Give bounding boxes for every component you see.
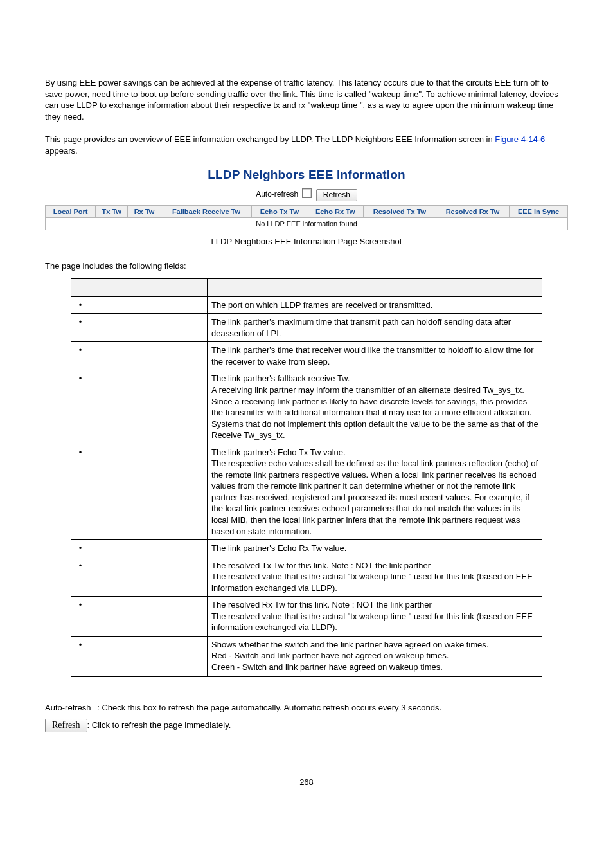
table-row: • The resolved Tx Tw for this link. Note… — [71, 557, 542, 597]
intro-paragraph-2: This page provides an overview of EEE in… — [45, 134, 568, 156]
table-row: • The link parther's time that receiver … — [71, 342, 542, 370]
fields-intro: The page includes the following fields: — [45, 260, 568, 272]
col-tx-tw: Tx Tw — [96, 205, 128, 217]
auto-refresh-control-label: Auto-refresh — [45, 703, 91, 712]
eee-info-table: Local Port Tx Tw Rx Tw Fallback Receive … — [45, 205, 568, 230]
screenshot-caption: LLDP Neighbors EEE Information Page Scre… — [45, 237, 568, 246]
table-row: • The port on which LLDP frames are rece… — [71, 296, 542, 314]
page-number: 268 — [45, 777, 568, 787]
col-fallback-receive-tw: Fallback Receive Tw — [161, 205, 252, 217]
table-row: • The resolved Rx Tw for this link. Note… — [71, 597, 542, 637]
col-rx-tw: Rx Tw — [128, 205, 161, 217]
auto-refresh-description: : Check this box to refresh the page aut… — [97, 703, 441, 712]
refresh-button[interactable]: Refresh — [316, 189, 357, 201]
fields-table: • The port on which LLDP frames are rece… — [71, 278, 542, 676]
auto-refresh-checkbox[interactable] — [302, 188, 312, 198]
refresh-button-icon[interactable]: Refresh — [45, 719, 87, 732]
col-resolved-rx-tw: Resolved Rx Tw — [436, 205, 509, 217]
table-row: • The link partner's Echo Tx Tw value.Th… — [71, 444, 542, 539]
empty-row: No LLDP EEE information found — [46, 217, 568, 230]
figure-reference-link[interactable]: Figure 4-14-6 — [495, 134, 545, 144]
table-row: • The link partner's Echo Rx Tw value. — [71, 540, 542, 557]
col-echo-rx-tw: Echo Rx Tw — [307, 205, 364, 217]
intro-paragraph-1: By using EEE power savings can be achiev… — [45, 77, 568, 122]
col-resolved-tx-tw: Resolved Tx Tw — [364, 205, 436, 217]
table-row: • The link parther's fallback receive Tw… — [71, 370, 542, 444]
col-echo-tx-tw: Echo Tx Tw — [252, 205, 307, 217]
col-eee-in-sync: EEE in Sync — [510, 205, 568, 217]
refresh-description: : Click to refresh the page immediately. — [87, 720, 231, 730]
panel-title: LLDP Neighbors EEE Information — [45, 168, 568, 182]
auto-refresh-label: Auto-refresh — [256, 190, 298, 199]
table-row: • Shows whether the switch and the link … — [71, 636, 542, 676]
col-local-port: Local Port — [46, 205, 96, 217]
table-row: • The link parther's maximum time that t… — [71, 314, 542, 342]
